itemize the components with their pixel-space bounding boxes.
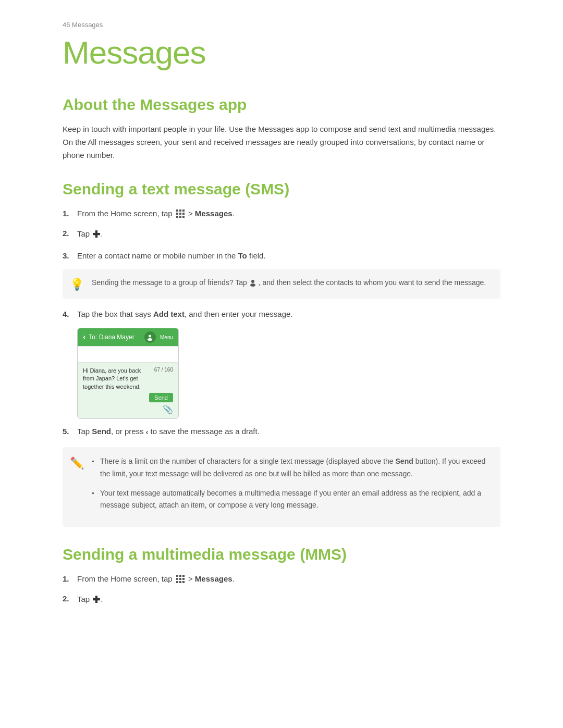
svg-rect-19 [176, 581, 178, 583]
sms-step4-list: 4. Tap the box that says Add text, and t… [63, 308, 500, 320]
section-mms: Sending a multimedia message (MMS) 1. Fr… [63, 546, 500, 608]
step-num-5: 5. [63, 425, 77, 438]
svg-rect-1 [179, 209, 181, 212]
svg-rect-20 [179, 581, 181, 583]
svg-rect-17 [179, 578, 181, 580]
mms-step-content-1: From the Home screen, tap > Messages. [77, 573, 500, 585]
page-title: Messages [63, 34, 500, 71]
svg-rect-8 [182, 216, 185, 218]
sms-step5-list: 5. Tap Send, or press ‹ to save the mess… [63, 425, 500, 438]
back-arrow-icon: ‹ [146, 426, 149, 438]
mms-step-num-1: 1. [63, 573, 77, 585]
phone-compose-text: Hi Diana, are you back from Japan? Let's… [83, 367, 151, 391]
page-container: 46 Messages Messages About the Messages … [0, 0, 563, 658]
mms-step-content-2: Tap ✚. [77, 593, 500, 608]
note-item-1: There is a limit on the number of charac… [92, 455, 491, 479]
step-content-3: Enter a contact name or mobile number in… [77, 250, 500, 262]
section-sms: Sending a text message (SMS) 1. From the… [63, 180, 500, 527]
page-header: 46 Messages [63, 21, 500, 29]
svg-point-12 [148, 338, 152, 341]
svg-point-11 [149, 335, 151, 337]
step-content-4: Tap the box that says Add text, and then… [77, 308, 500, 320]
svg-point-10 [250, 283, 255, 287]
step-num-3: 3. [63, 250, 77, 262]
person-icon [249, 279, 256, 287]
sms-step-4: 4. Tap the box that says Add text, and t… [63, 308, 500, 320]
plus-icon-1: ✚ [92, 227, 100, 242]
phone-screenshot: ‹ To: Diana Mayer Menu Hi Diana, are yo [77, 328, 179, 419]
sms-steps: 1. From the Home screen, tap > M [63, 207, 500, 262]
sms-title: Sending a text message (SMS) [63, 180, 500, 198]
back-button: ‹ [83, 332, 85, 342]
svg-rect-14 [179, 575, 181, 577]
sms-step-2: 2. Tap ✚. [63, 227, 500, 242]
phone-compose-row: Hi Diana, are you back from Japan? Let's… [83, 367, 173, 391]
step-content-5: Tap Send, or press ‹ to save the message… [77, 425, 500, 438]
step-content-2: Tap ✚. [77, 227, 500, 242]
note-pen-icon: ✏️ [70, 456, 84, 470]
sms-step-3: 3. Enter a contact name or mobile number… [63, 250, 500, 262]
mms-steps: 1. From the Home screen, tap > M [63, 573, 500, 608]
plus-icon-mms: ✚ [92, 593, 100, 608]
mms-step-2: 2. Tap ✚. [63, 593, 500, 608]
phone-compose-area: Hi Diana, are you back from Japan? Let's… [78, 362, 178, 418]
grid-icon [176, 209, 185, 218]
phone-send-button[interactable]: Send [149, 393, 173, 402]
note-content: There is a limit on the number of charac… [92, 455, 491, 518]
svg-rect-0 [176, 209, 178, 212]
note-list: There is a limit on the number of charac… [92, 455, 491, 511]
svg-point-9 [251, 280, 254, 283]
mms-step-1: 1. From the Home screen, tap > M [63, 573, 500, 585]
messages-label-1: Messages [195, 209, 232, 218]
mms-step-num-2: 2. [63, 593, 77, 605]
phone-attach-row: 📎 [83, 402, 173, 414]
to-field-label: To [238, 251, 247, 260]
tip-box: 💡 Sending the message to a group of frie… [63, 269, 500, 299]
attach-icon: 📎 [163, 404, 173, 414]
tip-text: Sending the message to a group of friend… [92, 277, 486, 288]
step-content-1: From the Home screen, tap > Messages. [77, 207, 500, 220]
svg-rect-7 [179, 216, 181, 218]
to-field-display: To: Diana Mayer [89, 334, 144, 341]
phone-message-area [78, 347, 178, 362]
menu-label: Menu [160, 335, 173, 340]
svg-rect-13 [176, 575, 178, 577]
mms-title: Sending a multimedia message (MMS) [63, 546, 500, 563]
note-box: ✏️ There is a limit on the number of cha… [63, 447, 500, 526]
svg-rect-4 [179, 213, 181, 215]
svg-rect-6 [176, 216, 178, 218]
grid-icon-mms [176, 574, 185, 584]
svg-rect-18 [182, 578, 185, 580]
svg-rect-15 [182, 575, 185, 577]
top-icons: Menu [144, 331, 173, 343]
about-body: Keep in touch with important people in y… [63, 123, 500, 162]
about-title: About the Messages app [63, 96, 500, 114]
step-num-4: 4. [63, 308, 77, 320]
tip-lightbulb-icon: 💡 [70, 278, 84, 291]
svg-rect-2 [182, 209, 185, 212]
send-bold-note: Send [396, 457, 413, 465]
phone-top-bar: ‹ To: Diana Mayer Menu [78, 328, 178, 346]
note-item-2: Your text message automatically becomes … [92, 487, 491, 511]
sms-step-1: 1. From the Home screen, tap > M [63, 207, 500, 220]
phone-compose-counter: 67 / 160 [154, 367, 173, 373]
section-about: About the Messages app Keep in touch wit… [63, 96, 500, 162]
svg-rect-16 [176, 578, 178, 580]
add-text-label: Add text [153, 310, 185, 318]
people-icon [144, 331, 156, 343]
step-num-1: 1. [63, 207, 77, 220]
send-label-step5: Send [92, 427, 111, 436]
svg-rect-3 [176, 213, 178, 215]
svg-rect-5 [182, 213, 185, 215]
step-num-2: 2. [63, 227, 77, 240]
svg-rect-21 [182, 581, 185, 583]
sms-step-5: 5. Tap Send, or press ‹ to save the mess… [63, 425, 500, 438]
messages-label-mms: Messages [195, 574, 232, 583]
